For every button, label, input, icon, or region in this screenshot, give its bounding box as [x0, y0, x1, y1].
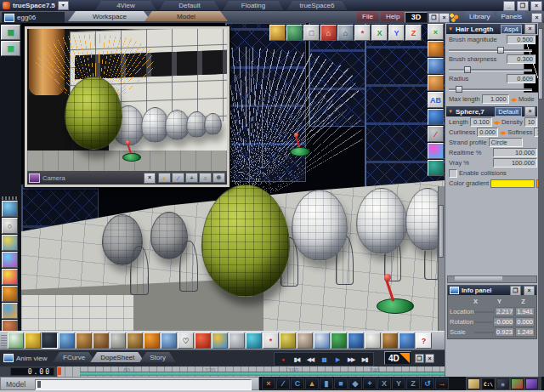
- title-dropdown[interactable]: ▾: [58, 1, 69, 10]
- point-edit-icon[interactable]: [2, 235, 18, 251]
- current-time-field[interactable]: 0.00: [10, 367, 54, 376]
- scrollbar-thumb[interactable]: [439, 205, 444, 258]
- restore-button[interactable]: ❐: [517, 1, 529, 11]
- folder-icon[interactable]: [468, 378, 480, 389]
- bird-render-icon[interactable]: [428, 41, 444, 57]
- paint-bucket-icon[interactable]: [314, 332, 330, 349]
- panel-h-scrollbar[interactable]: [447, 276, 537, 283]
- dock-tab-panels[interactable]: Panels: [493, 11, 529, 21]
- slider-thumb[interactable]: [464, 66, 471, 73]
- forward-button[interactable]: ▶▶: [345, 354, 357, 365]
- anim-restore-button[interactable]: ❐: [415, 354, 424, 363]
- slider-track[interactable]: [449, 86, 532, 93]
- persp-grid-icon[interactable]: [280, 332, 296, 349]
- axis-red-icon[interactable]: *: [263, 332, 279, 349]
- spray-icon[interactable]: [59, 332, 75, 349]
- step-end-button[interactable]: ▶▮: [359, 354, 371, 365]
- walnut-icon[interactable]: [127, 332, 143, 349]
- tripod-icon[interactable]: +: [363, 378, 377, 389]
- axis-y-icon[interactable]: Y: [388, 25, 405, 41]
- view-4d-button[interactable]: 4D: [384, 351, 411, 365]
- monitor-record-icon[interactable]: ▦: [1, 25, 20, 40]
- minimize-button[interactable]: _: [503, 1, 515, 11]
- anim-close-button[interactable]: ×: [425, 354, 434, 363]
- grapes-icon[interactable]: [93, 332, 109, 349]
- strand-profile-field[interactable]: Circle: [489, 138, 523, 147]
- enable-collisions-checkbox[interactable]: [449, 169, 457, 178]
- max-length-field[interactable]: 1.000: [482, 94, 509, 104]
- cave-material-icon[interactable]: [428, 160, 444, 176]
- layout-tab-default[interactable]: Default: [159, 1, 220, 10]
- white-egg[interactable]: [292, 190, 348, 261]
- curliness-field[interactable]: 0.000: [477, 128, 498, 137]
- info-restore-button[interactable]: ❐: [510, 286, 521, 296]
- media-icon[interactable]: [511, 378, 524, 389]
- color-gradient-bar[interactable]: [490, 179, 535, 188]
- axis-x-icon[interactable]: X: [371, 25, 388, 41]
- package-icon[interactable]: [76, 332, 92, 349]
- density-field[interactable]: 10: [524, 117, 537, 127]
- lasso-blue-icon[interactable]: [399, 332, 415, 349]
- tool-cross-icon[interactable]: ×: [262, 378, 275, 389]
- slider-value-field[interactable]: 0.500: [507, 35, 536, 44]
- green-hairy-egg[interactable]: [201, 185, 290, 297]
- slider-track[interactable]: [449, 66, 532, 73]
- cone-axis-icon[interactable]: ◆: [348, 378, 362, 389]
- camera-preview-window[interactable]: Camera × ▲∕+○⊕: [24, 26, 230, 188]
- white-box-icon[interactable]: [365, 332, 381, 349]
- collapse-triangle-icon[interactable]: ▼: [448, 109, 453, 114]
- layout-tab-4view[interactable]: 4View: [95, 1, 156, 10]
- menu-help[interactable]: Help: [381, 12, 405, 21]
- brown-wedge-icon[interactable]: [382, 332, 398, 349]
- solar-grid-icon[interactable]: [348, 332, 364, 349]
- axis-z-icon[interactable]: Z: [405, 25, 422, 41]
- arc-rotate-icon[interactable]: C: [291, 378, 304, 389]
- scene-tab[interactable]: egg06: [2, 12, 65, 23]
- wedge-tool-icon[interactable]: [25, 332, 41, 349]
- tab-fcurve[interactable]: FCurve: [53, 352, 95, 362]
- mannequin-icon[interactable]: [297, 332, 313, 349]
- nav-x-icon[interactable]: X: [377, 378, 391, 389]
- globe-icon[interactable]: [428, 58, 444, 74]
- anim-view-tab[interactable]: Anim view: [3, 354, 47, 362]
- gradient-icon[interactable]: [428, 143, 444, 159]
- render-cone-icon[interactable]: ▲: [158, 173, 171, 183]
- tab-workspace[interactable]: Workspace: [68, 11, 151, 21]
- spheres-icon[interactable]: [2, 303, 18, 319]
- panel-v-scrollbar[interactable]: [538, 23, 544, 377]
- default-badge[interactable]: Default: [495, 107, 522, 116]
- arrow-right-icon[interactable]: →: [435, 378, 449, 389]
- dragon-icon[interactable]: [144, 332, 160, 349]
- draw-pen-icon[interactable]: ∕: [172, 173, 184, 183]
- info-panel-titlebar[interactable]: Info panel ❐ ×: [448, 286, 536, 295]
- slider-thumb[interactable]: [497, 47, 504, 54]
- realtime-field[interactable]: 10.000: [493, 148, 537, 157]
- collapse-triangle-icon[interactable]: ▼: [448, 26, 453, 31]
- view-3d-button[interactable]: 3D: [405, 12, 428, 23]
- info-close-button[interactable]: ×: [524, 286, 535, 296]
- spin-top-icon[interactable]: ▲: [305, 378, 319, 389]
- nav-z-icon[interactable]: Z: [406, 378, 420, 389]
- white-egg[interactable]: [356, 188, 407, 254]
- toolbar-grip[interactable]: [1, 333, 7, 349]
- help-icon[interactable]: ?: [416, 332, 432, 349]
- object-box-icon[interactable]: [286, 25, 303, 41]
- c-drive-icon[interactable]: C:\: [482, 378, 495, 389]
- monitor-add-icon[interactable]: ▦: [1, 41, 20, 56]
- length-field[interactable]: 0.100: [470, 117, 492, 127]
- recycle-icon[interactable]: [8, 332, 24, 349]
- camera-close-button[interactable]: ×: [144, 173, 156, 184]
- sphere-ball-icon[interactable]: [428, 109, 444, 125]
- cube-icon[interactable]: ■: [334, 378, 348, 389]
- no-paint-icon[interactable]: ∕: [428, 126, 444, 142]
- timeline-ruler[interactable]: 60120180240: [57, 366, 445, 377]
- sphere-panel-close-button[interactable]: ×: [524, 106, 536, 116]
- hair-panel-close-button[interactable]: ×: [524, 24, 536, 34]
- display-icon[interactable]: ▦: [496, 378, 509, 389]
- home-view-icon[interactable]: ⌂: [320, 25, 337, 41]
- viewport-scrollbar[interactable]: [438, 186, 445, 331]
- tool-pen-icon[interactable]: ∕: [276, 378, 290, 389]
- move-view-icon[interactable]: ⊕: [212, 173, 225, 183]
- sphere-panel-header[interactable]: ▼ Sphere,7 Default ×: [446, 106, 537, 116]
- aspect-badge[interactable]: Asp4: [501, 25, 522, 34]
